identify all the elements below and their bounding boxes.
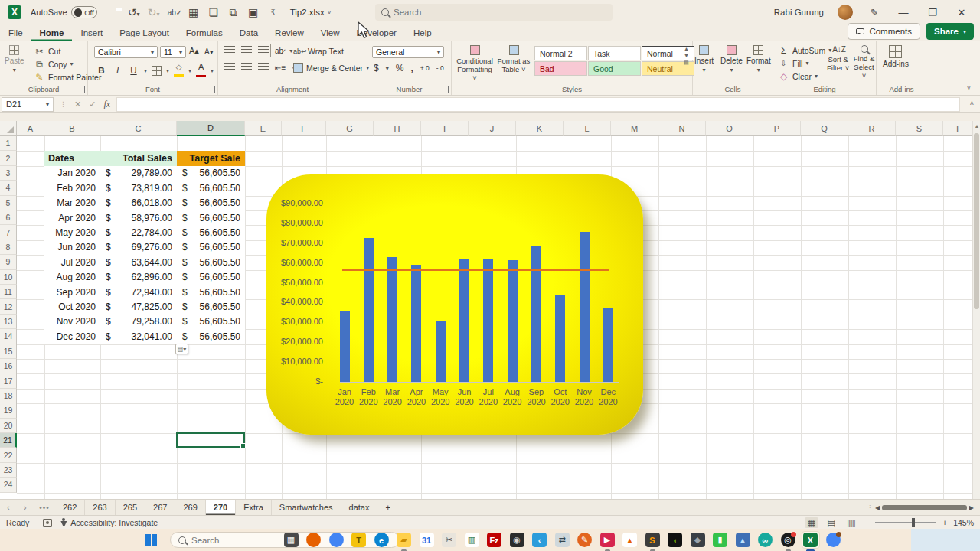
decrease-indent-button[interactable]: ⇤≡ xyxy=(275,64,286,72)
sheet-tab-datax[interactable]: datax xyxy=(341,500,378,515)
comma-style-button[interactable]: , xyxy=(410,63,413,73)
row-header-3[interactable]: 3 xyxy=(0,166,17,181)
select-all-corner[interactable] xyxy=(0,121,17,136)
grow-font-button[interactable]: A▴ xyxy=(189,46,199,56)
cell-target[interactable]: $56,605.50 xyxy=(177,166,245,181)
insert-function-icon[interactable]: fx xyxy=(103,99,110,110)
sort-filter-button[interactable]: A↓Z Sort &Filter ˅ xyxy=(827,41,849,72)
sheet-tab-263[interactable]: 263 xyxy=(85,500,115,515)
undo-icon[interactable]: ↺▾ xyxy=(128,6,140,18)
decrease-decimal-button[interactable]: -.0 xyxy=(436,64,444,72)
collapse-ribbon-icon[interactable]: ˅ xyxy=(967,84,971,92)
column-header-L[interactable]: L xyxy=(564,121,611,136)
restore-button[interactable]: ❐ xyxy=(925,7,940,18)
normal-view-icon[interactable]: ▦ xyxy=(805,517,818,528)
style-bad[interactable]: Bad xyxy=(534,61,587,76)
taskbar-icon-edge[interactable]: e xyxy=(372,531,390,549)
sheet-tab-262[interactable]: 262 xyxy=(55,500,85,515)
macro-record-icon[interactable] xyxy=(43,519,52,527)
column-header-H[interactable]: H xyxy=(374,121,421,136)
taskbar-icon-firefox[interactable] xyxy=(305,531,323,549)
align-left-button[interactable] xyxy=(224,63,235,72)
taskbar-widget-area[interactable] xyxy=(911,529,980,551)
borders-button[interactable] xyxy=(152,66,162,76)
row-header-6[interactable]: 6 xyxy=(0,210,17,225)
tab-formulas[interactable]: Formulas xyxy=(178,24,231,41)
autosave-toggle[interactable]: AutoSave Off xyxy=(31,6,97,18)
spreadsheet-grid[interactable]: ABCDEFGHIJKLMNOPQRST12345678910111213141… xyxy=(0,121,980,499)
cell-total[interactable]: $63,644.00 xyxy=(100,255,177,269)
paste-options-icon[interactable]: ▤▾ xyxy=(175,344,188,354)
cell-date[interactable]: May 2020 xyxy=(44,225,100,240)
column-header-C[interactable]: C xyxy=(100,121,177,136)
excel-app-icon[interactable]: X xyxy=(8,5,21,19)
cell-total[interactable]: $79,258.00 xyxy=(100,315,177,329)
row-header-24[interactable]: 24 xyxy=(0,478,17,492)
page-layout-view-icon[interactable]: ▤ xyxy=(825,517,838,528)
chart-bar-oct-2020[interactable] xyxy=(555,295,565,382)
taskbar-icon-translator[interactable]: T xyxy=(350,531,368,549)
cell-total[interactable]: $58,976.00 xyxy=(100,210,177,225)
taskbar-icon-file-explorer[interactable]: ▰ xyxy=(395,531,413,549)
column-header-T[interactable]: T xyxy=(943,121,972,136)
number-format-select[interactable]: General▾ xyxy=(372,46,444,58)
cell-target[interactable]: $56,605.50 xyxy=(177,285,245,299)
cell-total[interactable]: $47,825.00 xyxy=(100,299,177,314)
expand-formula-bar-icon[interactable]: ˄ xyxy=(970,99,974,107)
tab-page-layout[interactable]: Page Layout xyxy=(111,24,178,41)
row-header-13[interactable]: 13 xyxy=(0,315,17,329)
cell-target[interactable]: $56,605.50 xyxy=(177,181,245,195)
cell-target[interactable]: $56,605.50 xyxy=(177,329,245,344)
confirm-entry-icon[interactable]: ✓ xyxy=(89,99,96,109)
font-color-button[interactable]: A xyxy=(196,63,206,78)
copy-screen-icon[interactable]: ⧉ xyxy=(227,6,240,19)
hscroll-left-icon[interactable]: ◀ xyxy=(875,504,880,511)
row-header-21[interactable]: 21 xyxy=(0,433,17,448)
hscroll-right-icon[interactable]: ▶ xyxy=(969,504,974,511)
cell-date[interactable]: Nov 2020 xyxy=(44,315,100,329)
row-header-23[interactable]: 23 xyxy=(0,463,17,478)
cell-target[interactable]: $56,605.50 xyxy=(177,225,245,240)
sheet-tab-270[interactable]: 270 xyxy=(206,500,236,515)
column-header-P[interactable]: P xyxy=(753,121,801,136)
cell-total[interactable]: $62,896.00 xyxy=(100,270,177,285)
align-right-button[interactable] xyxy=(258,63,269,72)
fill-color-button[interactable]: ◇ xyxy=(174,64,184,77)
user-avatar[interactable] xyxy=(838,5,853,20)
column-header-J[interactable]: J xyxy=(469,121,516,136)
taskbar-icon-photos-app[interactable]: ▲ xyxy=(733,531,752,549)
column-header-M[interactable]: M xyxy=(611,121,658,136)
pen-icon[interactable]: ✎ xyxy=(867,7,882,18)
cell-date[interactable]: Mar 2020 xyxy=(44,196,100,210)
taskbar-icon-nvidia[interactable]: ◖ xyxy=(666,531,684,549)
scroll-divider[interactable]: ⋮ xyxy=(867,504,873,511)
cell-date[interactable]: Dec 2020 xyxy=(44,329,100,344)
row-header-15[interactable]: 15 xyxy=(0,344,17,359)
tab-home[interactable]: Home xyxy=(31,24,73,41)
column-header-S[interactable]: S xyxy=(896,121,943,136)
zoom-out-icon[interactable]: − xyxy=(864,518,869,527)
delete-cells-button[interactable]: Delete▾ xyxy=(720,41,743,73)
underline-button[interactable]: U xyxy=(128,65,139,77)
formula-input[interactable] xyxy=(116,97,960,112)
sheet-tab-extra[interactable]: Extra xyxy=(236,500,272,515)
row-header-19[interactable]: 19 xyxy=(0,403,17,418)
sheet-tab-smartwatches[interactable]: Smartwatches xyxy=(272,500,341,515)
cell-date[interactable]: Jan 2020 xyxy=(44,166,100,181)
cell-date[interactable]: Apr 2020 xyxy=(44,210,100,225)
row-header-22[interactable]: 22 xyxy=(0,448,17,462)
cell-target[interactable]: $56,605.50 xyxy=(177,210,245,225)
cell-total[interactable]: $66,018.00 xyxy=(100,196,177,210)
row-header-18[interactable]: 18 xyxy=(0,389,17,403)
chart-bar-jun-2020[interactable] xyxy=(459,259,469,382)
sheet-tab-265[interactable]: 265 xyxy=(116,500,145,515)
autosum-button[interactable]: ΣAutoSum▾ xyxy=(778,44,831,57)
cell-total[interactable]: $72,940.00 xyxy=(100,285,177,299)
taskbar-icon-chrome[interactable] xyxy=(327,531,345,549)
cell-target[interactable]: $56,605.50 xyxy=(177,196,245,210)
style-task[interactable]: Task xyxy=(588,46,641,60)
percent-style-button[interactable]: % xyxy=(396,63,404,73)
bold-button[interactable]: B xyxy=(96,65,107,77)
row-header-7[interactable]: 7 xyxy=(0,225,17,240)
italic-button[interactable]: I xyxy=(112,65,123,77)
